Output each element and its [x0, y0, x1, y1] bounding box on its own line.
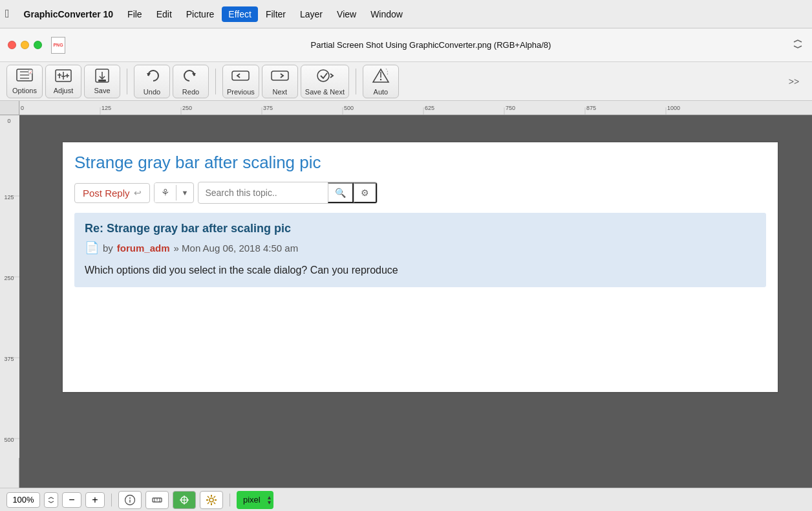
svg-text:375: 375 [263, 105, 273, 111]
vertical-ruler: 0 125 250 375 500 [0, 115, 19, 488]
status-separator-2 [230, 494, 230, 506]
adjust-button[interactable]: Adjust [45, 65, 81, 98]
info-button[interactable] [118, 491, 142, 509]
title-bar: PNG Partial Screen Shot Using GraphicCon… [0, 28, 812, 62]
svg-text:0: 0 [7, 118, 10, 124]
menu-item-view[interactable]: View [330, 6, 363, 22]
more-label: >> [789, 76, 799, 87]
post-by-label: by [103, 243, 113, 254]
zoom-chevron-button[interactable] [44, 492, 58, 508]
ruler-button[interactable] [145, 491, 169, 509]
options-button[interactable]: ✓ Options [6, 65, 43, 98]
svg-text:✓: ✓ [29, 71, 32, 74]
svg-rect-14 [98, 80, 106, 82]
previous-icon [231, 67, 250, 87]
post-container: Re: Strange gray bar after scaling pic 📄… [74, 213, 766, 287]
menu-item-appname[interactable]: GraphicConverter 10 [17, 6, 120, 22]
save-label: Save [94, 87, 110, 94]
svg-point-19 [317, 70, 329, 82]
svg-rect-41 [0, 115, 19, 458]
svg-text:125: 125 [4, 194, 14, 201]
more-button[interactable]: >> [782, 65, 806, 98]
window-controls [8, 41, 42, 49]
scroll-chevron-icon[interactable] [791, 39, 804, 51]
next-button[interactable]: Next [262, 65, 298, 98]
menu-item-picture[interactable]: Picture [180, 6, 221, 22]
status-bar: − + [0, 488, 812, 511]
post-reply-button[interactable]: Post Reply ↩ [74, 183, 150, 203]
svg-text:1000: 1000 [667, 105, 680, 111]
next-icon [270, 67, 290, 87]
svg-point-62 [209, 498, 213, 502]
menu-item-edit[interactable]: Edit [150, 6, 178, 22]
minimize-button[interactable] [21, 41, 29, 49]
menu-item-layer[interactable]: Layer [294, 6, 329, 22]
window-title: Partial Screen Shot Using GraphicConvert… [70, 40, 791, 50]
search-settings-button[interactable]: ⚙ [354, 182, 377, 203]
wrench-icon: ⚘ [155, 183, 176, 202]
canvas-area: Strange gray bar after scaling pic Post … [19, 115, 812, 488]
toolbar-separator-3 [356, 69, 356, 94]
save-button[interactable]: Save [84, 65, 120, 98]
document-icon: PNG [51, 37, 65, 54]
post-subject: Re: Strange gray bar after scaling pic [85, 222, 756, 235]
auto-label: Auto [374, 88, 389, 96]
svg-text:500: 500 [4, 437, 14, 443]
forum-body: Strange gray bar after scaling pic Post … [63, 142, 778, 294]
gear-icon: ⚙ [361, 188, 369, 198]
save-next-label: Save & Next [305, 88, 345, 96]
options-icon: ✓ [16, 68, 34, 85]
status-separator-1 [111, 494, 112, 506]
main-canvas-section: 0 125 250 375 500 Strange gra [0, 115, 812, 488]
previous-button[interactable]: Previous [222, 65, 259, 98]
app-wrapper:  GraphicConverter 10 File Edit Picture … [0, 0, 812, 511]
close-button[interactable] [8, 41, 16, 49]
save-icon [93, 68, 111, 85]
forum-toolbar-row: Post Reply ↩ ⚘ ▼ [74, 182, 766, 204]
undo-icon [143, 67, 161, 87]
auto-icon [372, 67, 390, 87]
svg-point-21 [380, 79, 381, 80]
undo-button[interactable]: Undo [134, 65, 170, 98]
svg-text:0: 0 [21, 105, 24, 111]
forum-window: Strange gray bar after scaling pic Post … [61, 141, 779, 393]
search-input[interactable] [198, 184, 328, 202]
svg-rect-22 [19, 101, 812, 115]
save-next-button[interactable]: Save & Next [301, 65, 349, 98]
menu-item-file[interactable]: File [121, 6, 149, 22]
redo-label: Redo [182, 88, 199, 96]
zoom-input[interactable] [6, 492, 40, 508]
menu-item-window[interactable]: Window [364, 6, 409, 22]
svg-line-70 [208, 502, 209, 504]
post-meta: 📄 by forum_adm » Mon Aug 06, 2018 4:50 a… [85, 241, 756, 255]
svg-rect-17 [232, 71, 249, 80]
auto-button[interactable]: Auto [363, 65, 399, 98]
settings-button[interactable] [200, 491, 223, 509]
menu-item-filter[interactable]: Filter [259, 6, 292, 22]
redo-button[interactable]: Redo [173, 65, 209, 98]
tools-button[interactable]: ⚘ ▼ [154, 182, 195, 203]
svg-rect-18 [272, 71, 288, 80]
svg-text:375: 375 [4, 356, 14, 362]
svg-text:875: 875 [586, 105, 596, 111]
search-button[interactable]: 🔍 [328, 182, 354, 203]
svg-line-67 [208, 496, 209, 498]
post-author: forum_adm [117, 243, 170, 254]
svg-marker-16 [192, 73, 196, 76]
locate-button[interactable] [173, 491, 196, 509]
search-wrapper: 🔍 ⚙ [198, 182, 378, 204]
forum-topic-title: Strange gray bar after scaling pic [74, 153, 766, 173]
toolbar-separator-2 [215, 69, 216, 94]
zoom-minus-button[interactable]: − [62, 492, 81, 508]
tools-dropdown-icon[interactable]: ▼ [176, 185, 194, 201]
svg-marker-15 [147, 73, 151, 76]
maximize-button[interactable] [34, 41, 42, 49]
zoom-plus-button[interactable]: + [85, 492, 105, 508]
svg-line-68 [214, 502, 216, 504]
ruler-row: 0 125 250 375 500 625 750 [0, 101, 812, 115]
pixel-unit-select[interactable]: pixel cm inch mm [237, 491, 273, 509]
undo-label: Undo [144, 88, 160, 96]
options-label: Options [12, 87, 37, 94]
adjust-label: Adjust [54, 87, 74, 94]
menu-item-effect[interactable]: Effect [222, 6, 258, 22]
